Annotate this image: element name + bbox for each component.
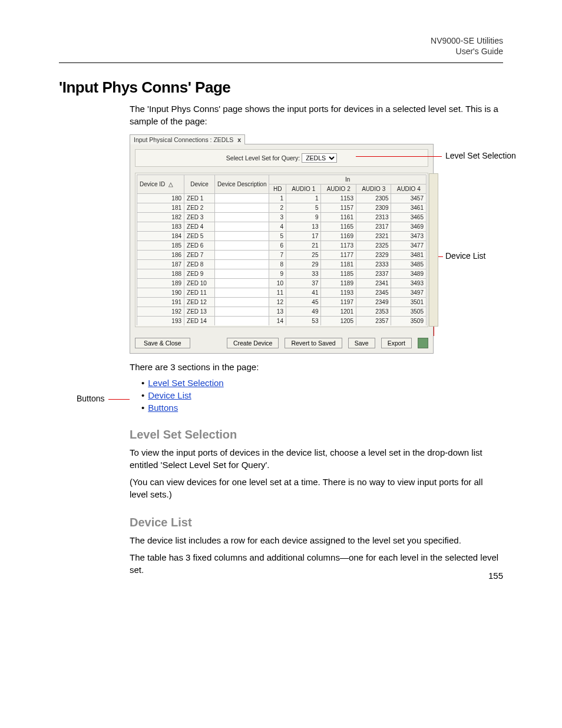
cell-a4: 3493 [391, 279, 427, 288]
export-button[interactable]: Export [381, 338, 412, 348]
close-icon[interactable]: x [237, 136, 241, 143]
cell-id: 192 [137, 307, 184, 317]
cell-hd: 5 [269, 232, 286, 241]
cell-a2: 1181 [321, 260, 356, 269]
save-button[interactable]: Save [348, 338, 375, 348]
col-group-in: In [269, 175, 427, 185]
cell-hd: 2 [269, 203, 286, 213]
table-row[interactable]: 191ZED 121245119723493501 [137, 298, 427, 307]
table-row[interactable]: 180ZED 111115323053457 [137, 194, 427, 203]
link-device-list[interactable]: Device List [148, 390, 191, 400]
cell-desc [215, 251, 269, 260]
cell-a2: 1205 [321, 317, 356, 326]
table-row[interactable]: 184ZED 5517116923213473 [137, 232, 427, 241]
header-rule [59, 62, 503, 63]
product-name: NV9000-SE Utilities [59, 35, 503, 46]
app-panel: Select Level Set for Query: ZEDLS Device… [130, 144, 434, 354]
link-buttons[interactable]: Buttons [148, 403, 178, 413]
cell-a2: 1157 [321, 203, 356, 213]
table-row[interactable]: 189ZED 101037118923413493 [137, 279, 427, 288]
revert-button[interactable]: Revert to Saved [285, 338, 342, 348]
cell-a1: 1 [286, 194, 321, 203]
table-row[interactable]: 188ZED 9933118523373489 [137, 269, 427, 279]
cell-id: 182 [137, 213, 184, 222]
page-number: 155 [488, 571, 503, 581]
table-row[interactable]: 183ZED 4413116523173469 [137, 222, 427, 232]
cell-a2: 1201 [321, 307, 356, 317]
cell-id: 187 [137, 260, 184, 269]
table-row[interactable]: 187ZED 8829118123333485 [137, 260, 427, 269]
cell-device: ZED 5 [184, 232, 215, 241]
sql-icon[interactable] [418, 338, 428, 348]
cell-a2: 1185 [321, 269, 356, 279]
cell-device: ZED 7 [184, 251, 215, 260]
cell-device: ZED 13 [184, 307, 215, 317]
cell-a4: 3469 [391, 222, 427, 232]
table-row[interactable]: 192ZED 131349120123533505 [137, 307, 427, 317]
cell-desc [215, 260, 269, 269]
table-row[interactable]: 193ZED 141453120523573509 [137, 317, 427, 326]
cell-a4: 3485 [391, 260, 427, 269]
cell-hd: 3 [269, 213, 286, 222]
cell-hd: 9 [269, 269, 286, 279]
cell-hd: 1 [269, 194, 286, 203]
cell-a3: 2317 [356, 222, 391, 232]
sec1-p2: (You can view devices for one level set … [130, 476, 503, 500]
cell-a2: 1165 [321, 222, 356, 232]
cell-a3: 2337 [356, 269, 391, 279]
cell-desc [215, 288, 269, 298]
cell-a2: 1189 [321, 279, 356, 288]
cell-device: ZED 4 [184, 222, 215, 232]
tab-label: Input Physical Connections : ZEDLS [134, 136, 233, 143]
cell-device: ZED 2 [184, 203, 215, 213]
cell-a1: 41 [286, 288, 321, 298]
table-row[interactable]: 185ZED 6621117323253477 [137, 241, 427, 251]
doc-name: User's Guide [59, 46, 503, 57]
cell-desc [215, 317, 269, 326]
table-row[interactable]: 182ZED 339116123133465 [137, 213, 427, 222]
table-row[interactable]: 186ZED 7725117723293481 [137, 251, 427, 260]
sec2-p1: The device list includes a row for each … [130, 534, 503, 546]
save-close-button[interactable]: Save & Close [135, 338, 190, 348]
create-device-button[interactable]: Create Device [227, 338, 279, 348]
col-a1[interactable]: AUDIO 1 [286, 185, 321, 194]
cell-id: 190 [137, 288, 184, 298]
cell-id: 180 [137, 194, 184, 203]
cell-a3: 2357 [356, 317, 391, 326]
col-device-id[interactable]: Device ID △ [137, 175, 184, 194]
level-set-dropdown[interactable]: ZEDLS [302, 153, 337, 163]
cell-a3: 2309 [356, 203, 391, 213]
cell-a3: 2353 [356, 307, 391, 317]
col-device[interactable]: Device [184, 175, 215, 194]
link-level-set[interactable]: Level Set Selection [148, 378, 223, 388]
cell-id: 186 [137, 251, 184, 260]
cell-a3: 2341 [356, 279, 391, 288]
cell-desc [215, 279, 269, 288]
cell-a1: 13 [286, 222, 321, 232]
col-hd[interactable]: HD [269, 185, 286, 194]
table-row[interactable]: 181ZED 225115723093461 [137, 203, 427, 213]
button-bar: Save & Close Create Device Revert to Sav… [135, 338, 428, 348]
scrollbar[interactable] [429, 173, 438, 327]
col-desc[interactable]: Device Description [215, 175, 269, 194]
cell-a2: 1173 [321, 241, 356, 251]
cell-a3: 2305 [356, 194, 391, 203]
cell-a1: 33 [286, 269, 321, 279]
cell-desc [215, 241, 269, 251]
cell-id: 181 [137, 203, 184, 213]
cell-a4: 3489 [391, 269, 427, 279]
cell-a1: 25 [286, 251, 321, 260]
cell-desc [215, 298, 269, 307]
col-a2[interactable]: AUDIO 2 [321, 185, 356, 194]
cell-id: 185 [137, 241, 184, 251]
cell-a3: 2313 [356, 213, 391, 222]
cell-a3: 2329 [356, 251, 391, 260]
col-a3[interactable]: AUDIO 3 [356, 185, 391, 194]
col-a4[interactable]: AUDIO 4 [391, 185, 427, 194]
document-tab[interactable]: Input Physical Connections : ZEDLS x [130, 134, 245, 144]
level-set-bar: Select Level Set for Query: ZEDLS [135, 149, 428, 167]
table-row[interactable]: 190ZED 111141119323453497 [137, 288, 427, 298]
cell-hd: 13 [269, 307, 286, 317]
cell-device: ZED 1 [184, 194, 215, 203]
cell-id: 189 [137, 279, 184, 288]
